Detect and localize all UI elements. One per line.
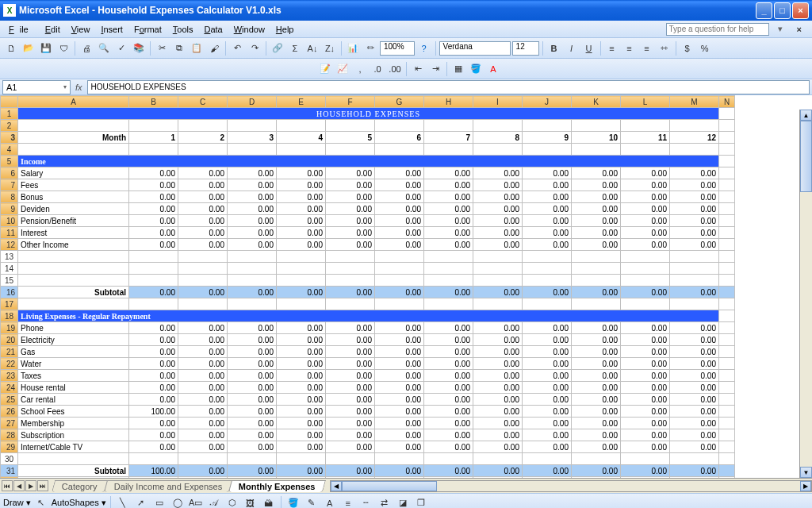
dec-dec-icon[interactable]: .00	[387, 61, 403, 77]
data-cell[interactable]: 0.00	[178, 179, 228, 191]
fill-color-icon[interactable]: 🪣	[468, 61, 484, 77]
sheet-tab[interactable]: Monthly Expenses	[228, 480, 326, 492]
data-cell[interactable]: 0.00	[621, 346, 670, 358]
vertical-scrollbar[interactable]: ▲ ▼	[799, 110, 812, 478]
select-icon[interactable]: ↖	[33, 495, 49, 509]
data-cell[interactable]: 0.00	[670, 191, 719, 203]
data-cell[interactable]: 0.00	[670, 441, 719, 453]
dash-icon[interactable]: ╌	[358, 495, 374, 509]
data-cell[interactable]: 0.00	[572, 358, 621, 370]
column-header[interactable]: J	[523, 96, 572, 108]
data-cell[interactable]: 0.00	[178, 239, 228, 251]
data-cell[interactable]: 0.00	[572, 334, 621, 346]
autosum-icon[interactable]: Σ	[287, 40, 303, 56]
data-cell[interactable]: 0.00	[326, 239, 375, 251]
data-cell[interactable]: 0.00	[277, 418, 326, 429]
data-cell[interactable]: 0.00	[375, 203, 424, 215]
data-cell[interactable]: 0.00	[129, 203, 178, 215]
data-cell[interactable]: 0.00	[473, 346, 523, 358]
data-cell[interactable]: 0.00	[178, 370, 228, 382]
align-left-icon[interactable]: ≡	[604, 40, 620, 56]
data-cell[interactable]: 0.00	[424, 215, 473, 227]
menu-insert[interactable]: Insert	[95, 23, 128, 36]
data-cell[interactable]: 0.00	[228, 382, 277, 394]
data-cell[interactable]: 0.00	[228, 179, 277, 191]
column-header[interactable]: N	[719, 96, 735, 108]
data-cell[interactable]: 0.00	[277, 441, 326, 453]
data-cell[interactable]: 0.00	[326, 322, 375, 334]
help-icon[interactable]: ?	[416, 40, 432, 56]
data-cell[interactable]: 0.00	[424, 179, 473, 191]
data-cell[interactable]: 0.00	[326, 358, 375, 370]
row-header[interactable]: 5	[1, 156, 18, 167]
borders-icon[interactable]: ▦	[450, 61, 466, 77]
draw-menu[interactable]: Draw ▾	[3, 498, 31, 508]
indent-inc-icon[interactable]: ⇥	[427, 61, 443, 77]
data-cell[interactable]: 0.00	[621, 239, 670, 251]
data-cell[interactable]: 0.00	[129, 394, 178, 406]
row-header[interactable]: 8	[1, 191, 18, 203]
month-cell[interactable]: 3	[228, 132, 277, 144]
percent-icon[interactable]: %	[697, 40, 713, 56]
data-cell[interactable]: 0.00	[424, 358, 473, 370]
data-cell[interactable]: 0.00	[375, 358, 424, 370]
form-icon[interactable]: 📝	[317, 61, 333, 77]
subtotal-cell[interactable]: 0.00	[424, 465, 473, 477]
data-cell[interactable]: 0.00	[523, 358, 572, 370]
data-cell[interactable]: 0.00	[572, 406, 621, 418]
data-cell[interactable]: 0.00	[129, 358, 178, 370]
data-cell[interactable]: 0.00	[473, 406, 523, 418]
data-cell[interactable]: 0.00	[523, 346, 572, 358]
clipart-icon[interactable]: 🖼	[243, 495, 259, 509]
data-cell[interactable]: 0.00	[670, 382, 719, 394]
data-cell[interactable]: 0.00	[523, 429, 572, 441]
new-icon[interactable]: 🗋	[3, 40, 19, 56]
row-header[interactable]: 18	[1, 310, 18, 322]
month-cell[interactable]: 7	[424, 132, 473, 144]
column-header[interactable]: L	[621, 96, 670, 108]
data-cell[interactable]: 0.00	[277, 406, 326, 418]
textbox-icon[interactable]: A▭	[188, 495, 204, 509]
data-cell[interactable]: 0.00	[621, 418, 670, 429]
undo-icon[interactable]: ↶	[229, 40, 245, 56]
row-header[interactable]: 32	[1, 477, 18, 479]
data-cell[interactable]: 0.00	[523, 191, 572, 203]
data-cell[interactable]: 0.00	[326, 227, 375, 239]
data-cell[interactable]: 0.00	[670, 215, 719, 227]
data-cell[interactable]: 0.00	[572, 167, 621, 179]
data-cell[interactable]: 100.00	[129, 406, 178, 418]
data-cell[interactable]: 0.00	[228, 418, 277, 429]
doc-close-button[interactable]: ×	[791, 23, 807, 36]
data-cell[interactable]: 0.00	[424, 239, 473, 251]
data-cell[interactable]: 0.00	[326, 203, 375, 215]
data-cell[interactable]: 0.00	[178, 215, 228, 227]
row-header[interactable]: 22	[1, 358, 18, 370]
data-cell[interactable]: 0.00	[572, 441, 621, 453]
column-header[interactable]: I	[473, 96, 523, 108]
drawing-icon[interactable]: ✏	[362, 40, 378, 56]
subtotal-cell[interactable]: 0.00	[572, 287, 621, 298]
row-header[interactable]: 30	[1, 453, 18, 465]
column-header[interactable]: G	[375, 96, 424, 108]
data-cell[interactable]: 0.00	[621, 215, 670, 227]
data-cell[interactable]: 0.00	[523, 370, 572, 382]
data-cell[interactable]: 0.00	[228, 203, 277, 215]
data-cell[interactable]: 0.00	[326, 429, 375, 441]
indent-dec-icon[interactable]: ⇤	[410, 61, 426, 77]
sort-desc-icon[interactable]: Z↓	[322, 40, 338, 56]
data-cell[interactable]: 0.00	[523, 382, 572, 394]
data-cell[interactable]: 0.00	[424, 429, 473, 441]
minimize-button[interactable]: _	[756, 2, 772, 19]
data-cell[interactable]: 0.00	[473, 215, 523, 227]
save-icon[interactable]: 💾	[38, 40, 54, 56]
data-cell[interactable]: 0.00	[621, 441, 670, 453]
spell-icon[interactable]: ✓	[113, 40, 129, 56]
data-cell[interactable]: 0.00	[178, 227, 228, 239]
data-cell[interactable]: 0.00	[670, 394, 719, 406]
data-cell[interactable]: 0.00	[424, 394, 473, 406]
hscroll-thumb[interactable]	[342, 481, 437, 491]
data-cell[interactable]: 0.00	[178, 191, 228, 203]
data-cell[interactable]: 0.00	[473, 334, 523, 346]
data-cell[interactable]: 0.00	[326, 418, 375, 429]
data-cell[interactable]: 0.00	[375, 441, 424, 453]
